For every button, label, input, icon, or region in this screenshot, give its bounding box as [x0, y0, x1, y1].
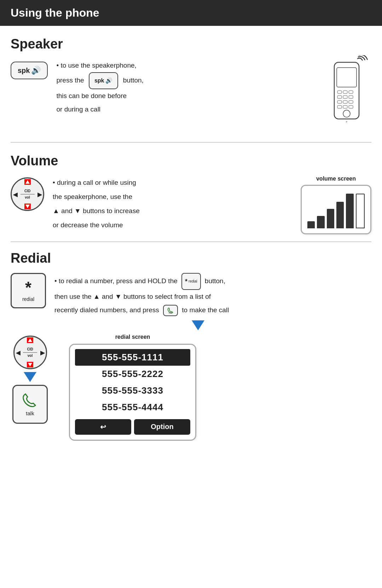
svg-rect-7 — [349, 96, 353, 98]
redial-button-big: * redial — [11, 273, 46, 308]
volume-title: Volume — [11, 153, 371, 169]
svg-rect-3 — [343, 91, 347, 93]
arrow-right-2-icon: ▶ — [40, 349, 45, 356]
nav-center-2-label: CID vol — [23, 347, 37, 358]
vol-bar-5 — [346, 194, 353, 228]
redial-line2: then use the ▲ and ▼ buttons to select f… — [54, 290, 229, 303]
vol-bar-3 — [327, 209, 334, 228]
page-header: Using the phone — [0, 0, 382, 26]
volume-bars-chart — [301, 185, 371, 234]
svg-rect-8 — [337, 101, 342, 103]
page-title: Using the phone — [11, 6, 371, 19]
talk-handset-big-icon — [21, 393, 39, 408]
nav-disc-volume: ◀ ▶ CID vol — [11, 177, 44, 211]
nav-disc-redial: ◀ ▶ CID vol — [13, 336, 47, 369]
svg-rect-12 — [343, 105, 347, 108]
arrow-down-2-icon — [27, 362, 33, 367]
back-button[interactable]: ↩ — [75, 419, 131, 435]
talk-button-label: talk — [26, 410, 34, 416]
svg-rect-5 — [337, 96, 342, 98]
arrow-left-icon: ◀ — [13, 191, 17, 198]
svg-rect-4 — [349, 91, 353, 93]
vol-bar-4 — [336, 202, 344, 228]
volume-description: • during a call or while using the speak… — [53, 176, 140, 232]
volume-section: Volume ◀ ▶ CID vol — [11, 143, 371, 242]
spk-button-big: spk 🔊 — [11, 62, 48, 79]
vol-bar-6 — [356, 194, 365, 228]
option-button[interactable]: Option — [134, 419, 190, 435]
spk-label: spk — [18, 67, 30, 75]
redial-title: Redial — [11, 251, 371, 266]
redial-left-col: ◀ ▶ CID vol talk — [12, 334, 48, 424]
svg-rect-10 — [349, 101, 353, 103]
svg-rect-6 — [343, 96, 347, 98]
redial-top: * redial • to redial a number, press and… — [11, 273, 371, 317]
arrow-down-icon — [24, 204, 31, 209]
nav-center-label: CID vol — [21, 189, 35, 200]
redial-inline-label: redial — [189, 278, 197, 285]
spk-button-inline: spk 🔊 — [89, 72, 118, 89]
speaker-layout: spk 🔊 • to use the speakerphone, press t… — [11, 59, 371, 135]
svg-text:e: e — [346, 120, 347, 123]
speaker-left: spk 🔊 • to use the speakerphone, press t… — [11, 59, 144, 116]
phone-illustration: e — [329, 55, 371, 135]
speaker-waves-icon: 🔊 — [31, 66, 41, 75]
arrow-down-2 — [24, 372, 36, 382]
speaker-description: • to use the speakerphone, press the spk… — [56, 59, 143, 116]
redial-screen-wrapper: redial screen 555-555-1111 555-555-2222 … — [69, 334, 196, 441]
svg-point-14 — [343, 110, 350, 117]
redial-label: redial — [22, 296, 34, 302]
redial-screen-label: redial screen — [69, 334, 196, 340]
redial-bottom: ◀ ▶ CID vol talk — [11, 334, 371, 441]
redial-number-2: 555-555-2222 — [75, 366, 190, 382]
redial-button-inline: * redial — [181, 273, 201, 290]
asterisk-inline-icon: * — [185, 275, 187, 288]
vol-bar-2 — [317, 216, 324, 228]
redial-number-4: 555-555-4444 — [75, 399, 190, 416]
svg-rect-9 — [343, 101, 347, 103]
redial-screen-buttons: ↩ Option — [75, 419, 190, 435]
main-content: Speaker spk 🔊 • to use the speakerphone,… — [0, 26, 382, 441]
speaker-line2: press the spk 🔊 button, — [56, 72, 143, 89]
volume-screen-label: volume screen — [301, 176, 371, 182]
arrow-down-1 — [25, 320, 371, 330]
volume-line1: • during a call or while using — [53, 176, 140, 190]
svg-rect-11 — [337, 105, 342, 108]
redial-screen: 555-555-1111 555-555-2222 555-555-3333 5… — [69, 344, 196, 441]
speaker-waves-inline-icon: 🔊 — [105, 75, 112, 86]
redial-line1: • to redial a number, press and HOLD the… — [54, 273, 229, 290]
blue-arrow-icon-2 — [24, 372, 36, 382]
phone-svg: e — [329, 55, 368, 133]
volume-screen-container: volume screen — [301, 176, 371, 234]
svg-rect-1 — [337, 68, 357, 87]
speaker-line4: this can be done before — [56, 89, 143, 103]
speaker-line5: or during a call — [56, 103, 143, 116]
vol-bar-1 — [307, 221, 315, 228]
volume-layout: ◀ ▶ CID vol • during a call or while usi… — [11, 176, 371, 234]
spk-inline-label: spk — [94, 75, 104, 86]
redial-number-1: 555-555-1111 — [75, 349, 190, 366]
blue-arrow-icon-1 — [192, 320, 204, 330]
speaker-section: Speaker spk 🔊 • to use the speakerphone,… — [11, 26, 371, 143]
svg-rect-2 — [337, 91, 342, 93]
volume-line3: ▲ and ▼ buttons to increase — [53, 204, 140, 218]
svg-rect-13 — [349, 105, 353, 108]
talk-handset-inline-icon: talk — [167, 307, 174, 314]
arrow-up-2-icon — [27, 337, 33, 343]
svg-text:talk: talk — [169, 312, 173, 314]
volume-left: ◀ ▶ CID vol • during a call or while usi… — [11, 176, 140, 232]
volume-line4: or decrease the volume — [53, 218, 140, 232]
speaker-line1: • to use the speakerphone, — [56, 59, 143, 72]
volume-line2: the speakerphone, use the — [53, 190, 140, 204]
speaker-title: Speaker — [11, 36, 371, 52]
arrow-left-2-icon: ◀ — [16, 349, 20, 356]
redial-description: • to redial a number, press and HOLD the… — [54, 273, 229, 317]
redial-line3: recently dialed numbers, and press talk … — [54, 303, 229, 317]
talk-button-big: talk — [12, 385, 48, 424]
talk-button-inline: talk — [163, 305, 178, 316]
arrow-right-icon: ▶ — [37, 191, 42, 198]
redial-number-3: 555-555-3333 — [75, 382, 190, 399]
asterisk-icon: * — [25, 279, 31, 296]
redial-section: Redial * redial • to redial a number, pr… — [11, 242, 371, 441]
arrow-up-icon — [24, 179, 31, 185]
